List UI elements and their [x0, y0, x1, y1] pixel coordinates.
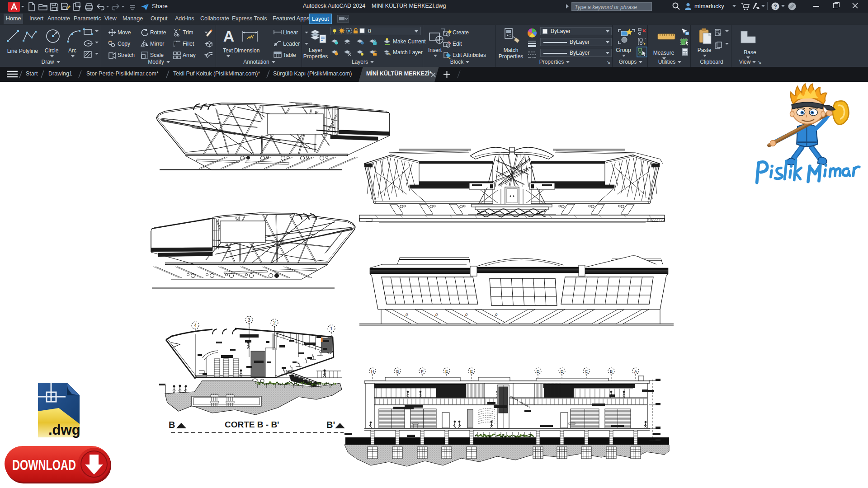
svg-text:H: H	[371, 369, 374, 374]
svg-text:CORTE B - B': CORTE B - B'	[225, 420, 279, 429]
svg-text:4: 4	[194, 323, 197, 328]
svg-text:B': B'	[326, 420, 335, 430]
svg-text:A: A	[634, 369, 637, 374]
svg-text:B: B	[610, 369, 613, 374]
svg-text:D: D	[561, 369, 564, 374]
svg-text:0: 0	[464, 312, 468, 317]
svg-text:C: C	[585, 369, 588, 374]
svg-text:A: A	[223, 28, 235, 44]
svg-text:3: 3	[248, 318, 250, 323]
svg-text:D: D	[537, 369, 540, 374]
svg-text:0: 0	[368, 28, 371, 34]
svg-text:.dwg: .dwg	[48, 422, 80, 438]
svg-text:G: G	[396, 369, 399, 374]
svg-text:2: 2	[273, 320, 276, 325]
svg-text:?: ?	[774, 3, 777, 10]
svg-text:B: B	[169, 420, 175, 430]
svg-text:F: F	[421, 369, 424, 374]
svg-text:0: 0	[434, 312, 439, 317]
svg-text:1: 1	[330, 326, 333, 331]
svg-text:E: E	[470, 369, 473, 374]
svg-text:DOWNLOAD: DOWNLOAD	[12, 457, 76, 473]
svg-text:0: 0	[494, 312, 498, 317]
svg-text:0: 0	[405, 312, 409, 317]
svg-text:E: E	[445, 369, 448, 374]
